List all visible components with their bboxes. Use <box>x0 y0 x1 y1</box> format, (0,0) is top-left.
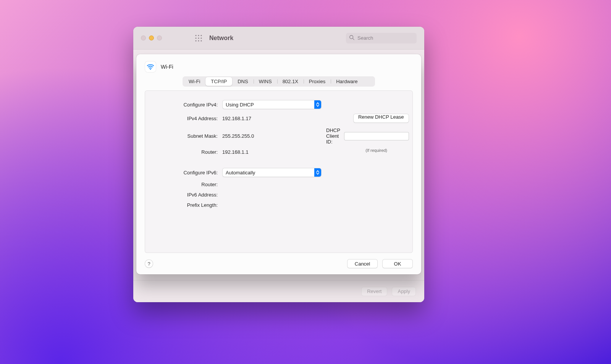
ok-button[interactable]: OK <box>382 259 413 268</box>
help-button[interactable]: ? <box>145 259 153 268</box>
connection-name: Wi-Fi <box>161 64 173 70</box>
renew-dhcp-lease-button[interactable]: Renew DHCP Lease <box>353 114 409 123</box>
configure-ipv6-popup[interactable]: Automatically <box>222 168 322 177</box>
configure-ipv6-value: Automatically <box>226 170 255 176</box>
configure-ipv4-popup[interactable]: Using DHCP <box>222 100 322 109</box>
tab-proxies[interactable]: Proxies <box>304 77 331 86</box>
tab-8021x[interactable]: 802.1X <box>277 77 304 86</box>
apply-button[interactable]: Apply <box>392 287 416 296</box>
label-dhcp-client-id: DHCP Client ID: <box>326 127 340 145</box>
value-router-ipv4: 192.168.1.1 <box>222 149 322 155</box>
label-router-ipv6: Router: <box>157 182 218 187</box>
label-configure-ipv4: Configure IPv4: <box>157 102 218 108</box>
cancel-button[interactable]: Cancel <box>347 259 378 268</box>
label-ipv4-address: IPv4 Address: <box>157 116 218 121</box>
revert-button[interactable]: Revert <box>361 287 387 296</box>
tab-wifi[interactable]: Wi-Fi <box>183 77 205 86</box>
svg-point-11 <box>150 69 151 70</box>
segmented-tabs: Wi-FiTCP/IPDNSWINS802.1XProxiesHardware <box>183 76 375 87</box>
label-configure-ipv6: Configure IPv6: <box>157 170 218 176</box>
value-subnet-mask: 255.255.255.0 <box>222 133 322 139</box>
tabs-bar: Wi-FiTCP/IPDNSWINS802.1XProxiesHardware <box>145 76 413 87</box>
dhcp-client-id-row: DHCP Client ID: <box>326 127 409 145</box>
tcpip-panel: Configure IPv4: Using DHCP IPv4 Address:… <box>145 90 413 253</box>
tab-hardware[interactable]: Hardware <box>331 77 363 86</box>
label-ipv6-address: IPv6 Address: <box>157 192 218 198</box>
tab-dns[interactable]: DNS <box>232 77 253 86</box>
advanced-settings-sheet: Wi-Fi Wi-FiTCP/IPDNSWINS802.1XProxiesHar… <box>136 54 421 274</box>
label-prefix-length: Prefix Length: <box>157 202 218 208</box>
system-preferences-window: Network Revert Apply Wi-Fi Wi- <box>133 27 424 302</box>
tab-tcpip[interactable]: TCP/IP <box>205 77 232 86</box>
prefs-bottom-bar: Revert Apply <box>133 280 424 302</box>
label-router-ipv4: Router: <box>157 149 218 155</box>
popup-arrows-icon <box>314 100 321 109</box>
tab-wins[interactable]: WINS <box>254 77 277 86</box>
if-required-note: (If required) <box>344 148 409 153</box>
label-subnet-mask: Subnet Mask: <box>157 133 218 139</box>
value-ipv4-address: 192.168.1.17 <box>222 116 322 121</box>
configure-ipv4-value: Using DHCP <box>226 102 254 108</box>
sheet-footer: ? Cancel OK <box>136 253 421 274</box>
popup-arrows-icon <box>314 168 321 177</box>
wifi-icon <box>145 61 156 72</box>
sheet-header: Wi-Fi <box>136 54 421 76</box>
dhcp-client-id-input[interactable] <box>344 132 409 140</box>
